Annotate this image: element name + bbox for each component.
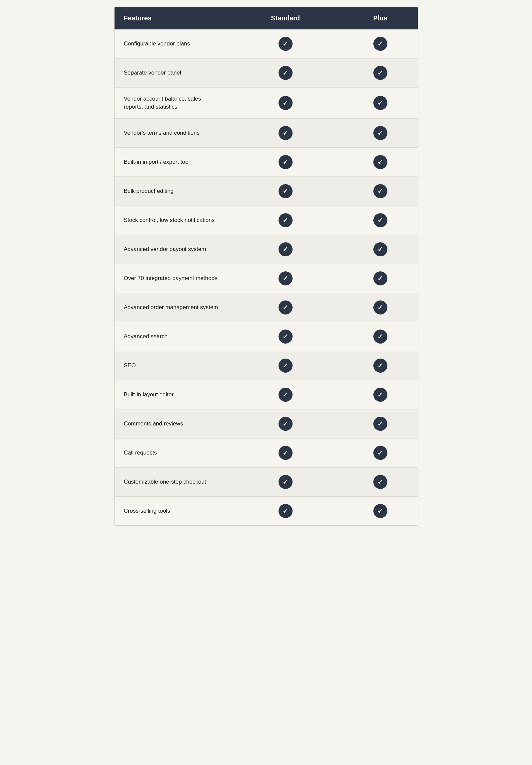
table-row: Advanced vendor payout system (115, 235, 418, 264)
feature-label: Advanced search (115, 322, 228, 351)
plus-check (343, 496, 418, 525)
plus-check (343, 176, 418, 206)
check-icon (279, 300, 293, 314)
standard-check (228, 496, 343, 525)
standard-check (228, 176, 343, 206)
feature-label: Cross-selling tools (115, 496, 228, 525)
check-icon (279, 504, 293, 518)
table-row: Call requests (115, 438, 418, 467)
check-icon (373, 213, 387, 227)
standard-check (228, 206, 343, 235)
feature-label: Vendor account balance, sales reports, a… (115, 88, 228, 119)
check-icon (373, 126, 387, 140)
header-plus: Plus (343, 7, 418, 29)
check-icon (279, 388, 293, 402)
feature-label: Comments and reviews (115, 409, 228, 438)
feature-label: Built-in import / export tool (115, 147, 228, 176)
table-row: Bulk product editing (115, 176, 418, 206)
feature-label: Customizable one-step checkout (115, 467, 228, 496)
plus-check (343, 206, 418, 235)
table-row: SEO (115, 351, 418, 380)
feature-label: SEO (115, 351, 228, 380)
standard-check (228, 409, 343, 438)
plus-check (343, 322, 418, 351)
plus-check (343, 264, 418, 293)
feature-label: Over 70 integrated payment methods (115, 264, 228, 293)
table-row: Cross-selling tools (115, 496, 418, 525)
feature-label: Advanced vendor payout system (115, 235, 228, 264)
table-row: Over 70 integrated payment methods (115, 264, 418, 293)
feature-label: Built-in layout editor (115, 380, 228, 409)
table-row: Vendor's terms and conditions (115, 118, 418, 147)
table-row: Separate vendor panel (115, 58, 418, 88)
check-icon (279, 446, 293, 460)
check-icon (373, 242, 387, 256)
table-row: Vendor account balance, sales reports, a… (115, 88, 418, 119)
check-icon (373, 330, 387, 344)
plus-check (343, 58, 418, 88)
check-icon (373, 417, 387, 431)
standard-check (228, 235, 343, 264)
check-icon (373, 359, 387, 373)
standard-check (228, 438, 343, 467)
check-icon (279, 330, 293, 344)
standard-check (228, 264, 343, 293)
comparison-table: Features Standard Plus Configurable vend… (114, 7, 418, 526)
standard-check (228, 322, 343, 351)
check-icon (373, 271, 387, 285)
header-features: Features (115, 7, 228, 29)
check-icon (279, 359, 293, 373)
feature-label: Configurable vendor plans (115, 29, 228, 58)
plus-check (343, 467, 418, 496)
check-icon (373, 300, 387, 314)
feature-label: Bulk product editing (115, 176, 228, 206)
plus-check (343, 351, 418, 380)
plus-check (343, 235, 418, 264)
table-row: Configurable vendor plans (115, 29, 418, 58)
table-row: Customizable one-step checkout (115, 467, 418, 496)
check-icon (373, 475, 387, 489)
check-icon (279, 271, 293, 285)
standard-check (228, 58, 343, 88)
feature-label: Vendor's terms and conditions (115, 118, 228, 147)
check-icon (279, 37, 293, 51)
table-row: Advanced order management system (115, 293, 418, 322)
check-icon (373, 388, 387, 402)
plus-check (343, 147, 418, 176)
plus-check (343, 293, 418, 322)
check-icon (373, 184, 387, 198)
plus-check (343, 29, 418, 58)
table-row: Built-in layout editor (115, 380, 418, 409)
standard-check (228, 118, 343, 147)
feature-label: Advanced order management system (115, 293, 228, 322)
check-icon (373, 66, 387, 80)
feature-label: Call requests (115, 438, 228, 467)
check-icon (279, 475, 293, 489)
table-row: Advanced search (115, 322, 418, 351)
standard-check (228, 467, 343, 496)
check-icon (279, 417, 293, 431)
feature-label: Stock control, low stock notifications (115, 206, 228, 235)
standard-check (228, 380, 343, 409)
standard-check (228, 29, 343, 58)
check-icon (279, 213, 293, 227)
check-icon (373, 37, 387, 51)
table-header-row: Features Standard Plus (115, 7, 418, 29)
standard-check (228, 147, 343, 176)
plus-check (343, 380, 418, 409)
check-icon (279, 66, 293, 80)
header-standard: Standard (228, 7, 343, 29)
check-icon (279, 155, 293, 169)
check-icon (279, 126, 293, 140)
check-icon (373, 96, 387, 110)
table-row: Built-in import / export tool (115, 147, 418, 176)
plus-check (343, 88, 418, 119)
check-icon (279, 184, 293, 198)
standard-check (228, 293, 343, 322)
standard-check (228, 351, 343, 380)
check-icon (279, 242, 293, 256)
plus-check (343, 438, 418, 467)
check-icon (373, 446, 387, 460)
plus-check (343, 409, 418, 438)
check-icon (373, 155, 387, 169)
